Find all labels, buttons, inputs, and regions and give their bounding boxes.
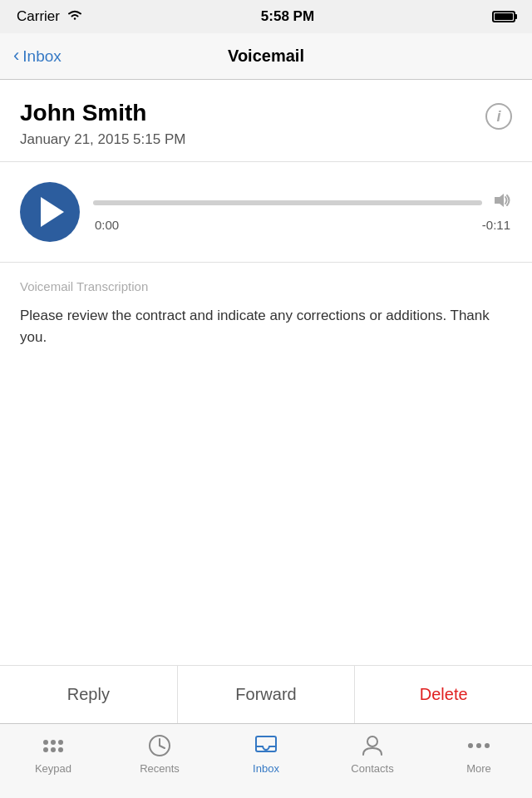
contact-name: John Smith bbox=[20, 100, 485, 126]
tab-inbox-label: Inbox bbox=[253, 762, 279, 775]
audio-player: 0:00 -0:11 bbox=[0, 162, 532, 263]
back-label: Inbox bbox=[22, 47, 61, 66]
tab-keypad-label: Keypad bbox=[35, 762, 71, 775]
info-button[interactable]: i bbox=[485, 103, 512, 130]
recents-icon bbox=[146, 732, 173, 759]
nav-title: Voicemail bbox=[228, 47, 304, 66]
time-row: 0:00 -0:11 bbox=[93, 218, 512, 232]
tab-contacts[interactable]: Contacts bbox=[319, 732, 426, 775]
play-button[interactable] bbox=[20, 182, 80, 242]
battery-indicator bbox=[492, 11, 515, 22]
contacts-icon bbox=[359, 732, 386, 759]
more-icon bbox=[466, 732, 492, 759]
action-buttons: Reply Forward Delete bbox=[0, 665, 532, 723]
volume-icon[interactable] bbox=[492, 192, 512, 213]
tab-recents[interactable]: Recents bbox=[106, 732, 213, 775]
tab-more[interactable]: More bbox=[426, 732, 532, 775]
reply-button[interactable]: Reply bbox=[0, 666, 178, 723]
contact-info: John Smith January 21, 2015 5:15 PM bbox=[20, 100, 485, 148]
tab-contacts-label: Contacts bbox=[351, 762, 393, 775]
carrier-info: Carrier bbox=[17, 8, 83, 26]
carrier-name: Carrier bbox=[17, 8, 60, 25]
player-controls: 0:00 -0:11 bbox=[93, 192, 512, 232]
contact-date: January 21, 2015 5:15 PM bbox=[20, 131, 485, 148]
scrubber-track[interactable] bbox=[93, 200, 482, 205]
tab-inbox[interactable]: Inbox bbox=[213, 732, 319, 775]
tab-more-label: More bbox=[466, 762, 491, 775]
forward-label: Forward bbox=[235, 685, 296, 704]
forward-button[interactable]: Forward bbox=[178, 666, 356, 723]
keypad-icon bbox=[40, 732, 66, 759]
scrubber-row bbox=[93, 192, 512, 213]
nav-bar: ‹ Inbox Voicemail bbox=[0, 33, 532, 80]
reply-label: Reply bbox=[67, 685, 110, 704]
play-icon bbox=[41, 197, 64, 227]
delete-label: Delete bbox=[420, 685, 468, 704]
time-remaining: -0:11 bbox=[482, 218, 510, 232]
voicemail-header: John Smith January 21, 2015 5:15 PM i bbox=[0, 80, 532, 162]
battery-icon bbox=[492, 11, 515, 22]
tab-bar: Keypad Recents Inbox Co bbox=[0, 723, 532, 798]
back-chevron-icon: ‹ bbox=[13, 47, 19, 65]
inbox-icon bbox=[253, 732, 279, 759]
transcription-section: Voicemail Transcription Please review th… bbox=[0, 263, 532, 367]
svg-marker-0 bbox=[495, 194, 504, 207]
transcription-label: Voicemail Transcription bbox=[20, 279, 512, 293]
tab-recents-label: Recents bbox=[140, 762, 180, 775]
svg-line-3 bbox=[160, 746, 165, 748]
content-area: John Smith January 21, 2015 5:15 PM i bbox=[0, 80, 532, 678]
wifi-icon bbox=[66, 8, 83, 26]
status-bar: Carrier 5:58 PM bbox=[0, 0, 532, 33]
time-elapsed: 0:00 bbox=[95, 218, 119, 232]
tab-keypad[interactable]: Keypad bbox=[0, 732, 106, 775]
back-button[interactable]: ‹ Inbox bbox=[13, 47, 62, 66]
delete-button[interactable]: Delete bbox=[355, 666, 532, 723]
status-time: 5:58 PM bbox=[261, 8, 314, 25]
transcription-text: Please review the contract and indicate … bbox=[20, 305, 512, 347]
svg-point-4 bbox=[367, 736, 377, 746]
